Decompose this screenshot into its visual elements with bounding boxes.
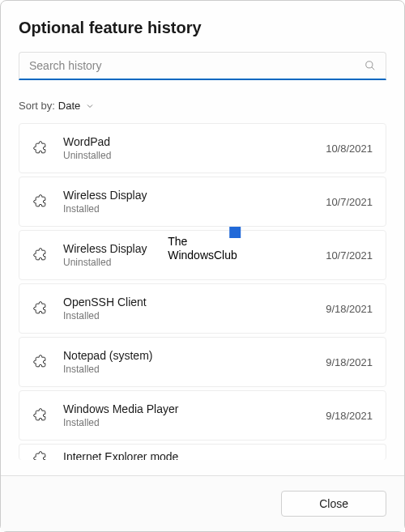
item-status: Uninstalled [63, 150, 326, 161]
footer: Close [1, 475, 404, 531]
sort-label: Sort by: [19, 100, 55, 112]
item-status: Installed [63, 417, 326, 428]
search-input[interactable] [29, 59, 364, 72]
list-item[interactable]: Windows Media Player Installed 9/18/2021 [19, 390, 386, 440]
item-text: WordPad Uninstalled [63, 135, 326, 161]
item-name: Windows Media Player [63, 402, 326, 415]
item-name: Wireless Display [63, 189, 326, 202]
item-status: Installed [63, 364, 326, 375]
close-button[interactable]: Close [281, 491, 386, 517]
page-title: Optional feature history [19, 19, 386, 37]
item-status: Installed [63, 310, 326, 321]
item-date: 9/18/2021 [326, 303, 373, 315]
item-name: Notepad (system) [63, 349, 326, 362]
chevron-down-icon [85, 101, 95, 111]
puzzle-icon [32, 354, 49, 370]
item-date: 10/7/2021 [326, 249, 373, 262]
item-date: 10/7/2021 [326, 196, 373, 208]
feature-history-list: WordPad Uninstalled 10/8/2021 Wireless D… [19, 123, 386, 475]
item-text: OpenSSH Client Installed [63, 296, 326, 321]
sort-dropdown[interactable]: Sort by: Date [19, 100, 386, 112]
search-box[interactable] [19, 52, 386, 80]
puzzle-icon [32, 450, 49, 461]
svg-line-1 [372, 67, 375, 70]
item-text: Wireless Display Installed [63, 189, 326, 215]
sort-value: Date [58, 100, 80, 112]
list-item[interactable]: WordPad Uninstalled 10/8/2021 [19, 123, 386, 173]
puzzle-icon [32, 300, 49, 317]
list-item[interactable]: OpenSSH Client Installed 9/18/2021 [19, 283, 386, 334]
list-item[interactable]: Notepad (system) Installed 9/18/2021 [19, 337, 386, 387]
search-icon [364, 60, 376, 71]
item-name: OpenSSH Client [63, 296, 326, 309]
svg-point-0 [366, 62, 373, 68]
item-text: Windows Media Player Installed [63, 402, 326, 428]
item-date: 10/8/2021 [326, 143, 373, 155]
item-name: Internet Explorer mode [63, 450, 373, 461]
content-area: Optional feature history Sort by: Date W… [1, 1, 404, 475]
list-item[interactable]: Wireless Display Installed 10/7/2021 [19, 177, 386, 227]
item-name: WordPad [63, 135, 326, 148]
item-name: Wireless Display [63, 242, 326, 255]
puzzle-icon [32, 194, 49, 210]
puzzle-icon [32, 140, 49, 156]
item-date: 9/18/2021 [326, 356, 373, 368]
puzzle-icon [32, 247, 49, 263]
item-text: Notepad (system) Installed [63, 349, 326, 375]
item-status: Installed [63, 203, 326, 215]
list-item[interactable]: Wireless Display Uninstalled 10/7/2021 [19, 230, 386, 280]
item-text: Internet Explorer mode [63, 450, 373, 461]
item-date: 9/18/2021 [326, 410, 373, 422]
item-text: Wireless Display Uninstalled [63, 242, 326, 268]
window: Optional feature history Sort by: Date W… [0, 0, 405, 532]
list-item[interactable]: Internet Explorer mode [19, 444, 386, 460]
puzzle-icon [32, 407, 49, 423]
item-status: Uninstalled [63, 257, 326, 268]
